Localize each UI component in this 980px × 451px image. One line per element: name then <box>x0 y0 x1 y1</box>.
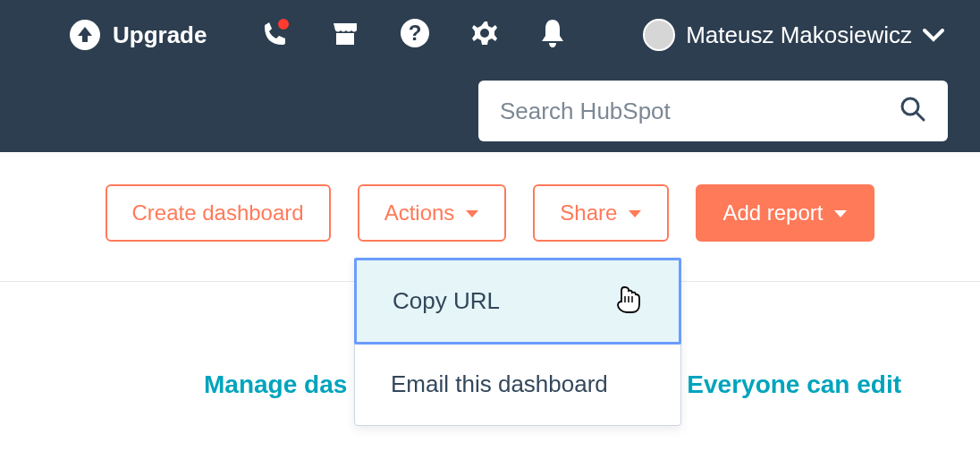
user-menu[interactable]: Mateusz Makosiewicz <box>643 19 944 51</box>
svg-line-6 <box>917 113 924 120</box>
svg-point-4 <box>480 29 489 38</box>
marketplace-icon[interactable] <box>330 18 360 52</box>
upgrade-label: Upgrade <box>113 21 207 49</box>
share-button[interactable]: Share <box>533 184 669 242</box>
sub-nav <box>0 70 980 152</box>
settings-icon[interactable] <box>469 18 500 52</box>
add-report-label: Add report <box>722 200 823 226</box>
search-box[interactable] <box>478 81 948 141</box>
actions-label: Actions <box>384 200 455 226</box>
manage-dashboards-link[interactable]: Manage das <box>204 370 347 399</box>
share-dropdown: Copy URL Email this dashboard <box>354 258 681 426</box>
search-icon <box>900 96 926 126</box>
caret-down-icon <box>465 200 479 226</box>
share-label: Share <box>560 200 617 226</box>
upgrade-button[interactable]: Upgrade <box>70 20 207 50</box>
add-report-button[interactable]: Add report <box>696 184 874 242</box>
copy-url-label: Copy URL <box>393 287 500 314</box>
share-menu-copy-url[interactable]: Copy URL <box>354 258 681 345</box>
help-icon[interactable]: ? <box>400 18 430 52</box>
notifications-icon[interactable] <box>539 18 566 52</box>
search-input[interactable] <box>500 98 900 125</box>
caret-down-icon <box>628 200 642 226</box>
create-dashboard-button[interactable]: Create dashboard <box>106 184 331 242</box>
caret-down-icon <box>833 200 848 226</box>
chevron-down-icon <box>923 21 944 49</box>
cursor-pointer-icon <box>616 285 641 320</box>
actions-button[interactable]: Actions <box>358 184 507 242</box>
phone-icon[interactable] <box>258 17 291 53</box>
everyone-can-edit-link[interactable]: Everyone can edit <box>687 370 901 399</box>
svg-point-1 <box>277 18 290 30</box>
create-dashboard-label: Create dashboard <box>132 200 304 226</box>
svg-text:?: ? <box>409 21 422 45</box>
top-nav: Upgrade ? Mateusz Makosiewicz <box>0 0 980 70</box>
avatar-icon <box>643 19 675 51</box>
nav-icons-group: ? <box>258 17 566 53</box>
user-name-label: Mateusz Makosiewicz <box>686 21 912 49</box>
upgrade-icon <box>70 20 100 50</box>
email-dashboard-label: Email this dashboard <box>391 370 608 397</box>
share-menu-email-dashboard[interactable]: Email this dashboard <box>355 344 680 425</box>
